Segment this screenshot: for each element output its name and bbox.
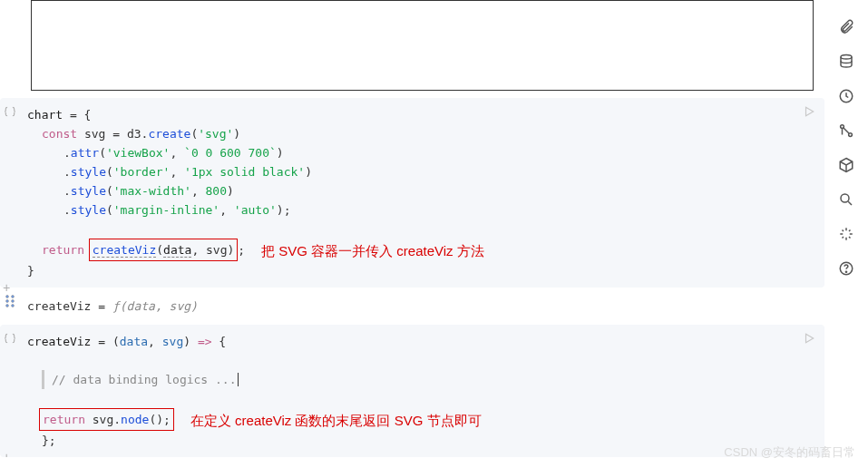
code-line[interactable]: createViz = ƒ(data, svg)	[27, 297, 815, 316]
search-icon[interactable]	[837, 190, 855, 209]
code-line	[27, 219, 814, 239]
braces-icon	[4, 332, 16, 345]
svg-point-12	[841, 194, 849, 202]
add-cell-button[interactable]: +	[3, 451, 17, 457]
code-line[interactable]: .style('margin-inline', 'auto');	[27, 200, 814, 219]
code-line[interactable]: const svg = d3.create('svg')	[27, 124, 814, 143]
svg-point-5	[6, 305, 9, 307]
cell-viz-summary: createViz = ƒ(data, svg)	[0, 288, 824, 325]
svg-point-6	[12, 305, 15, 307]
code-line	[27, 389, 814, 408]
package-icon[interactable]	[837, 156, 855, 174]
attachment-icon[interactable]	[837, 18, 855, 36]
svg-point-2	[12, 296, 15, 298]
sparkle-icon[interactable]	[837, 225, 855, 243]
run-cell-button[interactable]	[801, 330, 817, 346]
right-sidebar	[824, 0, 868, 457]
add-cell-button[interactable]: +	[3, 281, 17, 296]
branch-icon[interactable]	[837, 122, 855, 140]
code-line[interactable]: };	[27, 431, 814, 450]
svg-marker-0	[806, 107, 814, 115]
code-line[interactable]: return createViz(data, svg);把 SVG 容器一并传入…	[27, 239, 814, 261]
code-line[interactable]: .style('border', '1px solid black')	[27, 162, 814, 181]
svg-point-4	[12, 300, 15, 303]
svg-point-8	[841, 55, 852, 60]
cell-viz-def: createViz = (data, svg) => { // data bin…	[0, 325, 824, 457]
svg-marker-7	[806, 334, 814, 342]
code-line[interactable]: .style('max-width', 800)	[27, 181, 814, 200]
run-cell-button[interactable]	[801, 103, 817, 120]
code-line[interactable]: return svg.node();在定义 createViz 函数的末尾返回 …	[27, 408, 814, 431]
code-line[interactable]: .attr('viewBox', `0 0 600 700`)	[27, 143, 814, 162]
svg-point-11	[849, 133, 853, 137]
annotation-box-1: createViz(data, svg)	[89, 239, 239, 261]
code-line[interactable]: createViz = (data, svg) => {	[27, 332, 814, 351]
annotation-box-2: return svg.node();	[39, 408, 174, 431]
code-line[interactable]: }	[27, 261, 814, 280]
history-icon[interactable]	[837, 87, 855, 105]
annotation-text-2: 在定义 createViz 函数的末尾返回 SVG 节点即可	[190, 411, 482, 430]
cell-chart: chart = { const svg = d3.create('svg') .…	[0, 98, 824, 288]
svg-point-14	[845, 271, 846, 272]
braces-icon	[4, 105, 16, 118]
code-line	[27, 351, 814, 370]
database-icon[interactable]	[837, 53, 855, 71]
cell-gutter	[0, 98, 20, 288]
drag-handle-icon[interactable]	[5, 295, 15, 307]
svg-point-10	[841, 125, 844, 129]
code-line[interactable]: // data binding logics ...	[52, 370, 814, 389]
output-preview	[31, 0, 814, 91]
svg-point-3	[6, 300, 9, 303]
svg-point-1	[6, 296, 9, 298]
cell-gutter	[0, 325, 20, 457]
code-line[interactable]: chart = {	[27, 105, 814, 124]
help-icon[interactable]	[837, 259, 855, 278]
annotation-text-1: 把 SVG 容器一并传入 createViz 方法	[261, 241, 484, 260]
